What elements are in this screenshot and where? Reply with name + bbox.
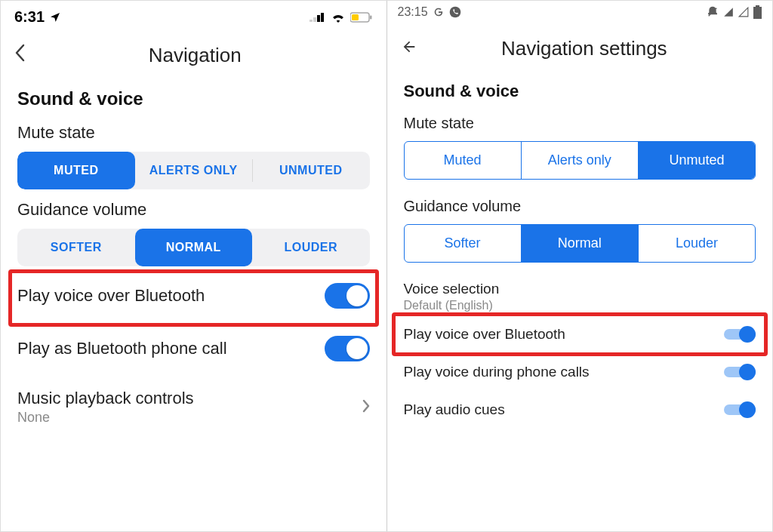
- android-status-left: 23:15: [398, 5, 461, 19]
- play-bt-wrapper: Play voice over Bluetooth: [387, 315, 773, 353]
- signal-icon: [723, 7, 734, 17]
- wifi-icon: [331, 12, 346, 23]
- music-playback-row[interactable]: Music playback controls None: [1, 375, 386, 439]
- signal2-icon: [738, 7, 749, 17]
- mute-state-alerts-only[interactable]: ALERTS ONLY: [135, 152, 253, 189]
- mute-state-label: Mute state: [387, 107, 773, 138]
- play-bt-phone-call-label: Play as Bluetooth phone call: [17, 339, 227, 358]
- svg-point-7: [449, 7, 460, 18]
- mute-state-alerts-only[interactable]: Alerts only: [521, 142, 638, 179]
- status-time: 6:31: [14, 8, 45, 26]
- guidance-softer[interactable]: Softer: [405, 225, 521, 262]
- location-icon: [49, 11, 61, 23]
- back-button[interactable]: [401, 37, 417, 60]
- guidance-volume-label: Guidance volume: [387, 190, 773, 221]
- android-status-time: 23:15: [398, 5, 428, 19]
- play-voice-bluetooth-row[interactable]: Play voice over Bluetooth: [387, 315, 773, 353]
- ios-header: Navigation: [1, 30, 386, 75]
- play-audio-cues-switch[interactable]: [724, 401, 756, 418]
- svg-rect-3: [321, 13, 324, 22]
- guidance-softer[interactable]: SOFTER: [17, 229, 135, 266]
- svg-rect-5: [370, 15, 372, 19]
- play-bt-phone-call-row[interactable]: Play as Bluetooth phone call: [1, 322, 386, 375]
- android-header: Navigation settings: [387, 23, 773, 68]
- guidance-volume-label: Guidance volume: [1, 192, 386, 226]
- svg-rect-2: [317, 15, 320, 22]
- battery-icon: [350, 12, 373, 23]
- mute-state-unmuted[interactable]: Unmuted: [638, 142, 755, 179]
- page-title: Navigation settings: [440, 37, 729, 60]
- mute-state-segment: Muted Alerts only Unmuted: [404, 141, 756, 180]
- back-button[interactable]: [14, 44, 25, 67]
- status-left: 6:31: [14, 8, 61, 26]
- mute-state-unmuted[interactable]: UNMUTED: [252, 152, 370, 189]
- page-title: Navigation: [48, 44, 343, 67]
- mute-state-muted[interactable]: MUTED: [17, 152, 135, 189]
- guidance-volume-segment: SOFTER NORMAL LOUDER: [17, 229, 370, 266]
- play-voice-bluetooth-label: Play voice over Bluetooth: [404, 326, 565, 343]
- voice-selection-label: Voice selection: [404, 281, 756, 297]
- ios-pane: 6:31 Navigation Sound & voice Mute state…: [1, 1, 387, 531]
- guidance-louder[interactable]: Louder: [638, 225, 755, 262]
- mute-state-segment: MUTED ALERTS ONLY UNMUTED: [17, 152, 370, 189]
- play-voice-bluetooth-switch[interactable]: [724, 326, 756, 343]
- play-audio-cues-row[interactable]: Play audio cues: [387, 391, 773, 429]
- mute-icon: [707, 6, 719, 18]
- guidance-normal[interactable]: NORMAL: [135, 229, 253, 266]
- battery-android-icon: [753, 5, 762, 19]
- svg-rect-0: [310, 20, 313, 22]
- svg-rect-8: [753, 7, 762, 19]
- phone-icon: [449, 6, 461, 18]
- music-playback-text: Music playback controls None: [17, 389, 194, 426]
- guidance-normal[interactable]: Normal: [521, 225, 638, 262]
- play-voice-bluetooth-label: Play voice over Bluetooth: [17, 286, 205, 306]
- svg-rect-9: [756, 5, 759, 7]
- play-voice-phone-calls-row[interactable]: Play voice during phone calls: [387, 353, 773, 391]
- play-voice-phone-calls-switch[interactable]: [724, 364, 756, 380]
- music-playback-sub: None: [17, 410, 194, 426]
- section-sound-voice: Sound & voice: [387, 68, 773, 107]
- play-voice-phone-calls-label: Play voice during phone calls: [404, 364, 590, 380]
- svg-rect-6: [352, 14, 359, 20]
- play-audio-cues-label: Play audio cues: [404, 401, 505, 418]
- google-icon: [433, 6, 445, 18]
- music-playback-label: Music playback controls: [17, 389, 194, 407]
- voice-selection-row[interactable]: Voice selection Default (English): [387, 273, 773, 315]
- android-status-right: [707, 5, 762, 19]
- chevron-right-icon: [362, 398, 370, 417]
- android-status-bar: 23:15: [387, 1, 773, 23]
- mute-state-label: Mute state: [1, 115, 386, 149]
- svg-rect-1: [313, 17, 316, 22]
- play-voice-bluetooth-switch[interactable]: [325, 283, 370, 309]
- guidance-louder[interactable]: LOUDER: [252, 229, 370, 266]
- cellular-icon: [310, 12, 326, 23]
- mute-state-muted[interactable]: Muted: [405, 142, 521, 179]
- voice-selection-value: Default (English): [404, 299, 756, 312]
- android-pane: 23:15 Navigation settings Sound & voice …: [387, 1, 773, 531]
- play-bt-wrapper: Play voice over Bluetooth: [1, 269, 386, 322]
- play-bt-phone-call-switch[interactable]: [325, 336, 370, 361]
- guidance-volume-segment: Softer Normal Louder: [404, 224, 756, 263]
- status-right: [310, 12, 373, 23]
- section-sound-voice: Sound & voice: [1, 75, 386, 115]
- ios-status-bar: 6:31: [1, 1, 386, 30]
- play-voice-bluetooth-row[interactable]: Play voice over Bluetooth: [1, 269, 386, 322]
